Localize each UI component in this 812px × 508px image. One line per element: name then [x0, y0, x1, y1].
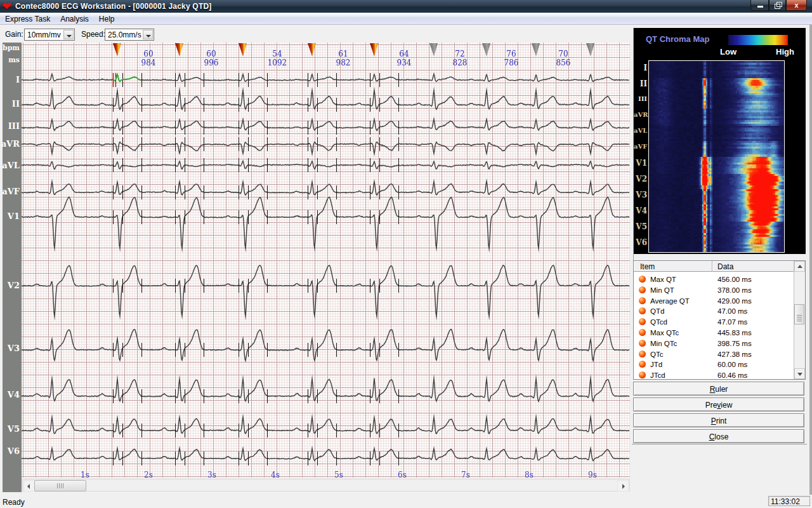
scroll-left-button[interactable] [23, 480, 35, 491]
lead-label-V6: V6 [8, 447, 20, 456]
interval-bpm-1: 60 [126, 50, 171, 58]
chevron-down-icon [67, 35, 72, 37]
gain-label: Gain: [5, 30, 23, 39]
orange-ball-icon [639, 318, 646, 325]
qtmap-lead-aVF: aVF [634, 143, 647, 150]
table-cell-data: 47.00 ms [717, 307, 747, 315]
table-cell-item: JTd [650, 361, 662, 368]
table-row-qtc[interactable]: QTc427.38 ms [634, 349, 792, 359]
close-button[interactable]: Close [633, 429, 804, 443]
table-header-item[interactable]: Item [634, 261, 712, 272]
menu-item-analysis[interactable]: Analysis [55, 13, 94, 25]
lead-label-column: bpmmsIIIIIIaVRaVLaVFV1V2V3V4V5V6 [3, 43, 22, 492]
table-cell-data: 427.38 ms [717, 351, 752, 358]
table-vertical-scrollbar[interactable] [794, 261, 805, 379]
qt-measurements-table: Item Data Max QT456.00 msMin QT378.00 ms… [633, 260, 806, 380]
status-clock: 11:33:02 [768, 496, 810, 506]
maximize-button[interactable] [769, 0, 786, 11]
preview-button[interactable]: Preview [633, 398, 804, 411]
scroll-right-button[interactable] [617, 480, 629, 491]
arrow-down-icon [797, 373, 802, 376]
orange-ball-icon [639, 297, 646, 304]
table-header-data[interactable]: Data [712, 261, 795, 272]
lead-label-aVF: aVF [2, 187, 20, 196]
qtmap-lead-II: II [634, 79, 647, 88]
lead-label-V5: V5 [8, 425, 20, 434]
close-icon: x [787, 1, 806, 9]
interval-ms-4: 982 [321, 58, 365, 67]
table-row-jtd[interactable]: JTd60.00 ms [634, 359, 792, 370]
lead-label-V3: V3 [8, 344, 20, 353]
minimize-button[interactable] [750, 0, 769, 11]
lead-label-I: I [16, 76, 20, 84]
table-row-average-qt[interactable]: Average QT429.00 ms [634, 295, 792, 306]
interval-bpm-5: 64 [382, 50, 426, 58]
interval-bpm-4: 61 [321, 50, 365, 58]
print-button[interactable]: Print [633, 413, 804, 427]
status-text: Ready [3, 498, 25, 507]
table-row-max-qt[interactable]: Max QT456.00 ms [634, 274, 792, 284]
interval-bpm-3: 54 [255, 50, 299, 58]
gain-dropdown-button[interactable] [63, 30, 74, 39]
orange-ball-icon [639, 361, 646, 368]
table-cell-data: 445.83 ms [717, 329, 752, 337]
interval-ms-5: 934 [382, 58, 426, 67]
orange-ball-icon [639, 276, 646, 283]
qtmap-lead-V5: V5 [634, 222, 647, 231]
speed-dropdown-button[interactable] [143, 30, 153, 39]
qtmap-lead-V4: V4 [634, 206, 647, 215]
qtmap-lead-aVL: aVL [634, 127, 647, 134]
gain-select[interactable]: 10mm/mv [24, 29, 75, 41]
lead-label-bpm: bpm [3, 44, 20, 51]
orange-ball-icon [639, 371, 646, 378]
scroll-up-button[interactable] [794, 261, 805, 272]
arrow-right-icon [622, 484, 625, 489]
qtmap-lead-V3: V3 [634, 190, 647, 199]
interval-ms-1: 984 [126, 58, 171, 67]
time-label-8s: 8s [516, 471, 542, 479]
table-cell-item: QTcd [650, 318, 667, 326]
interval-ms-8: 856 [541, 58, 586, 67]
table-row-max-qtc[interactable]: Max QTc445.83 ms [634, 327, 792, 338]
table-row-min-qtc[interactable]: Min QTc398.75 ms [634, 338, 792, 349]
orange-ball-icon [639, 286, 646, 293]
qtmap-lead-I: I [634, 64, 647, 72]
table-cell-item: QTd [650, 307, 664, 315]
lead-label-II: II [12, 100, 20, 109]
time-label-9s: 9s [580, 471, 605, 479]
table-cell-item: Max QT [650, 276, 676, 283]
table-cell-data: 47.07 ms [717, 318, 747, 326]
table-cell-data: 60.00 ms [717, 361, 747, 368]
scale-high-label: High [776, 47, 794, 57]
lead-label-aVR: aVR [1, 140, 20, 149]
interval-bpm-7: 76 [489, 50, 534, 58]
lead-label-V1: V1 [8, 212, 20, 221]
qt-map-title: QT Chroma Map [646, 34, 709, 44]
table-row-qtcd[interactable]: QTcd47.07 ms [634, 316, 792, 327]
close-button[interactable]: x [786, 0, 807, 11]
table-cell-data: 398.75 ms [717, 340, 752, 347]
scroll-down-button[interactable] [794, 368, 805, 379]
orange-ball-icon [639, 329, 646, 336]
menu-item-express-task[interactable]: Express Task [0, 13, 55, 25]
ruler-button[interactable]: Ruler [633, 382, 804, 396]
chevron-down-icon [146, 35, 151, 37]
toolbar: Gain: 10mm/mv Speed: 25.0mm/s [0, 25, 632, 43]
qt-heatmap [648, 60, 785, 253]
table-scrollbar-thumb[interactable] [794, 304, 804, 324]
menu-item-help[interactable]: Help [94, 13, 120, 25]
table-row-qtd[interactable]: QTd47.00 ms [634, 305, 792, 316]
window-title: Contec8000 ECG Workstation - [0000001 Ja… [15, 2, 212, 11]
color-scale-bar [728, 35, 788, 45]
scrollbar-thumb[interactable] [34, 480, 86, 491]
time-label-7s: 7s [453, 471, 478, 479]
time-label-3s: 3s [199, 471, 225, 479]
table-cell-item: Min QT [650, 286, 674, 294]
table-row-min-qt[interactable]: Min QT378.00 ms [634, 284, 792, 295]
speed-select[interactable]: 25.0mm/s [105, 29, 154, 41]
qtmap-lead-aVR: aVR [634, 111, 647, 118]
ecg-horizontal-scrollbar[interactable] [22, 479, 630, 491]
table-row-jtcd[interactable]: JTcd60.46 ms [634, 370, 792, 380]
table-cell-item: QTc [650, 351, 663, 358]
table-cell-data: 429.00 ms [717, 297, 752, 305]
